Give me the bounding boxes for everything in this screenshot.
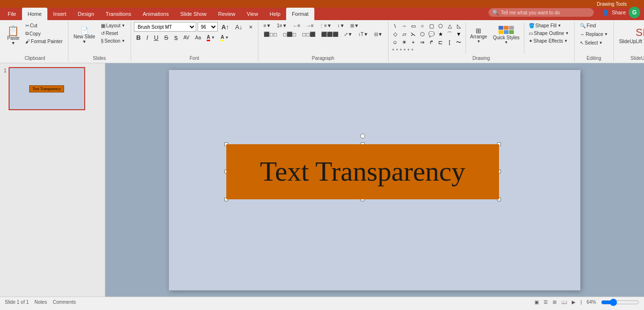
decrease-indent-button[interactable]: ←≡: [290, 22, 303, 29]
pentagon2-shape[interactable]: ⬡: [419, 30, 426, 38]
paste-button[interactable]: 📋 Paste ▼: [5, 22, 22, 49]
more-shapes[interactable]: ▼: [455, 30, 463, 38]
tab-slideshow[interactable]: Slide Show: [175, 8, 212, 20]
bracket-shape[interactable]: [: [446, 38, 454, 46]
slide-thumbnail[interactable]: Text Transparency: [9, 67, 85, 110]
change-case-button[interactable]: Aa: [193, 34, 203, 41]
arrow-shape[interactable]: →: [400, 22, 408, 30]
wave-shape[interactable]: 〜: [455, 38, 463, 46]
zoom-slider[interactable]: [601, 300, 639, 305]
highlight-button[interactable]: A ▼: [218, 34, 231, 42]
quick-styles-button[interactable]: Quick Styles ▼: [490, 22, 522, 48]
arrange-icon: ⊞: [476, 27, 481, 34]
format-painter-button[interactable]: 🖌 Format Painter: [23, 38, 65, 45]
font-color-button[interactable]: A ▼: [204, 34, 217, 42]
zoom-divider: |: [580, 299, 582, 305]
bold-button[interactable]: B: [134, 33, 143, 42]
section-button[interactable]: § Section ▼: [99, 37, 128, 45]
search-input[interactable]: [501, 10, 590, 15]
tab-file[interactable]: File: [2, 8, 22, 20]
avatar[interactable]: G: [629, 7, 640, 18]
slide-sorter-button[interactable]: ⊞: [553, 299, 556, 305]
reset-button[interactable]: ↺ Reset: [99, 30, 128, 37]
round-rect-shape[interactable]: ▢: [428, 22, 435, 30]
rotate-handle[interactable]: [360, 134, 365, 138]
tab-format[interactable]: Format: [286, 8, 314, 20]
rtriangle-shape[interactable]: ◺: [455, 22, 463, 30]
font-size-selector[interactable]: 96: [198, 22, 218, 32]
shape-outline-button[interactable]: ▭ Shape Outline ▼: [526, 30, 571, 37]
align-center-button[interactable]: ◻⬛◻: [280, 31, 299, 38]
tab-insert[interactable]: Insert: [47, 8, 72, 20]
new-slide-button[interactable]: 📄 New Slide ▼: [71, 22, 98, 49]
normal-view-button[interactable]: ▣: [534, 299, 539, 305]
find-button[interactable]: 🔍 Find: [577, 22, 598, 29]
slideuplift-label: SlideUpLift: [617, 55, 644, 61]
align-text-button[interactable]: ↕T▼: [356, 31, 371, 38]
smartart-button[interactable]: ⊟▼: [372, 31, 385, 38]
tab-home[interactable]: Home: [22, 8, 47, 20]
tab-design[interactable]: Design: [72, 8, 100, 20]
decrease-font-button[interactable]: A↓: [233, 23, 245, 32]
tab-transitions[interactable]: Transitions: [100, 8, 137, 20]
pentagon-shape[interactable]: ⬠: [437, 22, 444, 30]
star-shape[interactable]: ★: [437, 30, 444, 38]
circle-shape[interactable]: ○: [419, 22, 426, 30]
line-spacing-button[interactable]: ↕▼: [335, 22, 347, 29]
shadow-button[interactable]: S: [172, 34, 180, 42]
parallelogram-shape[interactable]: ▱: [400, 30, 408, 38]
text-box-container[interactable]: Text Transparency: [226, 144, 499, 199]
tab-view[interactable]: View: [241, 8, 264, 20]
convert-smartart-button[interactable]: ⊞▼: [348, 22, 361, 29]
replace-button[interactable]: ↔ Replace ▼: [577, 31, 611, 38]
align-right-button[interactable]: ◻◻⬛: [300, 31, 318, 38]
reading-view-button[interactable]: 📖: [561, 299, 567, 305]
strikethrough-button[interactable]: S: [162, 33, 171, 42]
select-button[interactable]: ↖ Select ▼: [577, 39, 605, 46]
columns-button[interactable]: ⋮≡▼: [317, 22, 334, 29]
block-arrow-shape[interactable]: ⇒: [419, 38, 426, 46]
copy-button[interactable]: ⧉ Copy: [23, 30, 65, 37]
arrange-button[interactable]: ⊞ Arrange ▼: [468, 22, 490, 48]
shape-fill-button[interactable]: 🪣 Shape Fill ▼: [526, 22, 571, 29]
font-family-selector[interactable]: Brush Script MT: [134, 22, 196, 32]
diamond-shape[interactable]: ◇: [391, 30, 399, 38]
search-bar[interactable]: 🔍: [489, 8, 594, 17]
triangle-shape[interactable]: △: [446, 22, 454, 30]
cut-button[interactable]: ✂ Cut: [23, 22, 65, 29]
bullets-button[interactable]: ≡▼: [261, 22, 274, 29]
slideshow-view-button[interactable]: ▶: [572, 299, 576, 305]
increase-font-button[interactable]: A↑: [219, 23, 232, 32]
shape-effects-button[interactable]: ✦ Shape Effects ▼: [526, 37, 571, 45]
align-left-button[interactable]: ⬛◻◻: [261, 31, 279, 38]
text-direction-button[interactable]: ⤢▼: [342, 31, 355, 38]
char-spacing-button[interactable]: AV: [181, 34, 192, 41]
sun-shape[interactable]: ☀: [400, 38, 408, 46]
text-box-inner[interactable]: Text Transparency: [226, 144, 499, 199]
connector-shape[interactable]: ⌒: [446, 30, 454, 38]
clear-format-button[interactable]: ✕: [246, 23, 255, 31]
callout-shape[interactable]: 💬: [428, 30, 435, 38]
justify-button[interactable]: ⬛⬛⬛: [319, 31, 341, 38]
plus-shape[interactable]: +: [410, 38, 417, 46]
comments-button[interactable]: Comments: [53, 299, 76, 305]
increase-indent-button[interactable]: →≡: [304, 22, 316, 29]
smiley-shape[interactable]: ☺: [391, 38, 399, 46]
numbering-button[interactable]: 1≡▼: [275, 22, 289, 29]
rect-shape[interactable]: ▭: [410, 22, 417, 30]
process-shape[interactable]: ⊏: [437, 38, 444, 46]
share-button[interactable]: Share: [612, 10, 626, 15]
tab-animations[interactable]: Animations: [137, 8, 174, 20]
chevron-shape[interactable]: ⋋: [410, 30, 417, 38]
outline-view-button[interactable]: ☰: [544, 299, 548, 305]
underline-button[interactable]: U: [152, 33, 161, 42]
line-shape[interactable]: \: [391, 22, 399, 30]
tab-review[interactable]: Review: [212, 8, 241, 20]
italic-button[interactable]: I: [144, 33, 151, 42]
tab-help[interactable]: Help: [264, 8, 286, 20]
notes-button[interactable]: Notes: [34, 299, 47, 305]
curved-arrow-shape[interactable]: ↱: [428, 38, 435, 46]
layout-button[interactable]: ▦ Layout ▼: [99, 22, 128, 29]
slide-canvas[interactable]: Text Transparency: [169, 70, 580, 290]
slideuplift-templates-button[interactable]: SL SlideUpLift Templates: [617, 22, 644, 48]
